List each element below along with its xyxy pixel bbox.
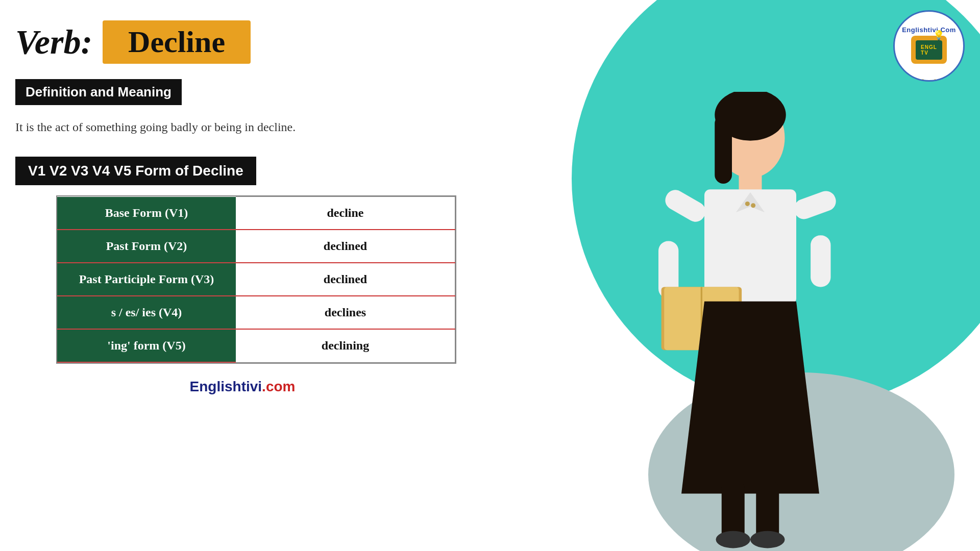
svg-rect-6 (662, 186, 709, 225)
svg-point-19 (751, 203, 755, 208)
logo-tv-screen: ENGLTV (916, 40, 942, 60)
verb-word: Decline (128, 25, 225, 59)
svg-point-17 (750, 531, 785, 548)
verb-word-box: Decline (103, 20, 251, 64)
table-row: s / es/ ies (V4)declines (57, 296, 455, 329)
definition-text: It is the act of something going badly o… (15, 118, 470, 136)
table-value-cell: declined (236, 263, 455, 296)
brand-suffix-text: .com (262, 379, 295, 394)
table-row: Base Form (V1)decline (57, 197, 455, 230)
table-label-cell: s / es/ ies (V4) (57, 296, 236, 329)
definition-header-text: Definition and Meaning (26, 84, 172, 99)
right-panel: Englishtivi.Com ENGLTV 💡 (490, 0, 980, 551)
table-value-cell: declined (236, 230, 455, 263)
svg-point-16 (716, 531, 751, 548)
svg-marker-13 (681, 302, 819, 494)
footer-brand: Englishtivi.com (15, 379, 470, 395)
table-row: Past Participle Form (V3)declined (57, 263, 455, 296)
table-value-cell: declining (236, 329, 455, 362)
logo-tv-label: ENGLTV (921, 44, 937, 56)
left-panel: Verb: Decline Definition and Meaning It … (0, 0, 490, 551)
table-label-cell: 'ing' form (V5) (57, 329, 236, 362)
table-value-cell: declines (236, 296, 455, 329)
table-label-cell: Past Participle Form (V3) (57, 263, 236, 296)
vforms-header-text: V1 V2 V3 V4 V5 Form of Decline (28, 163, 243, 179)
svg-point-18 (745, 202, 750, 206)
definition-header-box: Definition and Meaning (15, 79, 182, 105)
brand-main-text: Englishtivi (190, 379, 262, 394)
verb-forms-table: Base Form (V1)declinePast Form (V2)decli… (57, 196, 455, 363)
logo-bulb-icon: 💡 (933, 30, 944, 41)
logo-text: Englishtivi.Com (902, 26, 956, 34)
vforms-header-box: V1 V2 V3 V4 V5 Form of Decline (15, 157, 256, 185)
person-image (572, 92, 929, 551)
verb-label: Verb: (15, 22, 92, 62)
table-value-cell: decline (236, 197, 455, 230)
svg-rect-2 (715, 115, 732, 184)
table-label-cell: Base Form (V1) (57, 197, 236, 230)
verb-title-row: Verb: Decline (15, 20, 470, 64)
svg-rect-8 (791, 188, 839, 222)
verb-table-wrapper: Base Form (V1)declinePast Form (V2)decli… (56, 195, 456, 364)
svg-rect-9 (811, 235, 830, 287)
person-svg (572, 92, 929, 551)
logo-circle: Englishtivi.Com ENGLTV 💡 (893, 10, 965, 82)
logo-tv: ENGLTV 💡 (911, 36, 947, 64)
table-row: 'ing' form (V5)declining (57, 329, 455, 362)
logo-tv-legs (922, 79, 936, 82)
table-row: Past Form (V2)declined (57, 230, 455, 263)
table-label-cell: Past Form (V2) (57, 230, 236, 263)
